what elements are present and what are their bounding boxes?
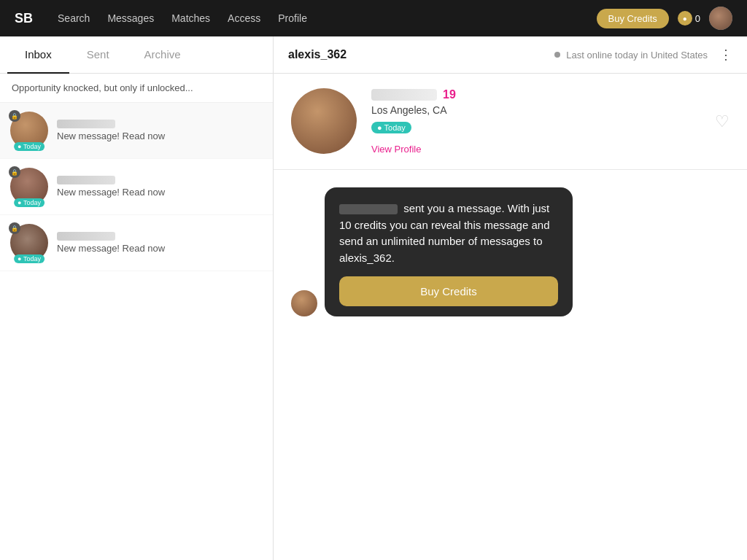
navbar-right: Buy Credits ● 0: [597, 7, 732, 30]
tab-inbox[interactable]: Inbox: [7, 36, 69, 74]
chat-status-wrap: Last online today in United States ⋮: [554, 47, 732, 63]
today-badge: ● Today: [14, 142, 44, 151]
avatar-wrap: 🔒 ● Today: [10, 112, 48, 149]
profile-card: 19 Los Angeles, CA ● Today View Profile …: [274, 74, 747, 170]
today-badge: ● Today: [14, 254, 44, 263]
nav-access[interactable]: Access: [228, 12, 260, 24]
conv-info: New message! Read now: [57, 120, 263, 141]
sender-name-blurred: [339, 204, 398, 214]
nav-matches[interactable]: Matches: [171, 12, 210, 24]
profile-location: Los Angeles, CA: [371, 104, 700, 116]
promo-text: Opportunity knocked, but only if unlocke…: [12, 82, 193, 93]
chat-area: sent you a message. With just 10 credits…: [274, 170, 747, 560]
profile-age: 19: [443, 88, 456, 101]
profile-avatar-large: [291, 88, 357, 154]
credits-badge: ● 0: [678, 11, 700, 26]
conv-preview: New message! Read now: [57, 187, 263, 198]
avatar-wrap: 🔒 ● Today: [10, 168, 48, 206]
lock-icon: 🔒: [9, 166, 20, 178]
buy-credits-bubble-button[interactable]: Buy Credits: [339, 276, 558, 306]
profile-name-blurred: [371, 89, 437, 101]
unlock-message-text: sent you a message. With just 10 credits…: [339, 201, 558, 266]
sidebar: Inbox Sent Archive Opportunity knocked, …: [0, 36, 274, 560]
conversation-item[interactable]: 🔒 ● Today New message! Read now: [0, 215, 273, 271]
conversation-item[interactable]: 🔒 ● Today New message! Read now: [0, 159, 273, 215]
chat-header: alexis_362 Last online today in United S…: [274, 36, 747, 74]
profile-today-badge: ● Today: [371, 122, 411, 133]
chat-status-text: Last online today in United States: [566, 50, 708, 61]
main-layout: Inbox Sent Archive Opportunity knocked, …: [0, 36, 747, 560]
conv-preview: New message! Read now: [57, 243, 263, 254]
chat-panel: alexis_362 Last online today in United S…: [274, 36, 747, 560]
navbar: SB Search Messages Matches Access Profil…: [0, 0, 747, 36]
message-sender-avatar: [291, 290, 317, 316]
avatar-wrap: 🔒 ● Today: [10, 224, 48, 262]
conv-preview: New message! Read now: [57, 131, 263, 141]
brand-logo: SB: [15, 11, 33, 26]
conv-name: [57, 120, 115, 128]
lock-icon: 🔒: [9, 222, 20, 234]
user-avatar-image: [709, 7, 732, 30]
online-dot: [554, 52, 560, 58]
today-badge: ● Today: [14, 198, 44, 207]
nav-profile[interactable]: Profile: [278, 12, 307, 24]
message-bubble-wrap: sent you a message. With just 10 credits…: [291, 187, 729, 316]
conv-name: [57, 232, 115, 241]
coin-icon: ●: [678, 11, 692, 26]
sidebar-tabs: Inbox Sent Archive: [0, 36, 273, 74]
tab-sent[interactable]: Sent: [69, 36, 127, 74]
credits-count: 0: [695, 13, 700, 24]
chat-username: alexis_362: [288, 48, 347, 61]
lock-icon: 🔒: [9, 110, 20, 122]
view-profile-link[interactable]: View Profile: [371, 144, 700, 155]
user-avatar-nav[interactable]: [709, 7, 732, 30]
tab-archive[interactable]: Archive: [127, 36, 198, 74]
conv-info: New message! Read now: [57, 232, 263, 254]
promo-banner: Opportunity knocked, but only if unlocke…: [0, 74, 273, 103]
conversation-list: 🔒 ● Today New message! Read now 🔒 ● Toda…: [0, 103, 273, 560]
profile-name-row: 19: [371, 88, 700, 101]
profile-details: 19 Los Angeles, CA ● Today View Profile: [371, 88, 700, 155]
nav-search[interactable]: Search: [58, 12, 90, 24]
nav-messages[interactable]: Messages: [107, 12, 154, 24]
unlock-message-bubble: sent you a message. With just 10 credits…: [325, 187, 573, 316]
conv-name: [57, 176, 115, 184]
heart-button[interactable]: ♡: [715, 112, 729, 131]
conv-info: New message! Read now: [57, 176, 263, 198]
conversation-item[interactable]: 🔒 ● Today New message! Read now: [0, 103, 273, 159]
buy-credits-nav-button[interactable]: Buy Credits: [597, 9, 669, 28]
more-options-icon[interactable]: ⋮: [719, 47, 732, 63]
